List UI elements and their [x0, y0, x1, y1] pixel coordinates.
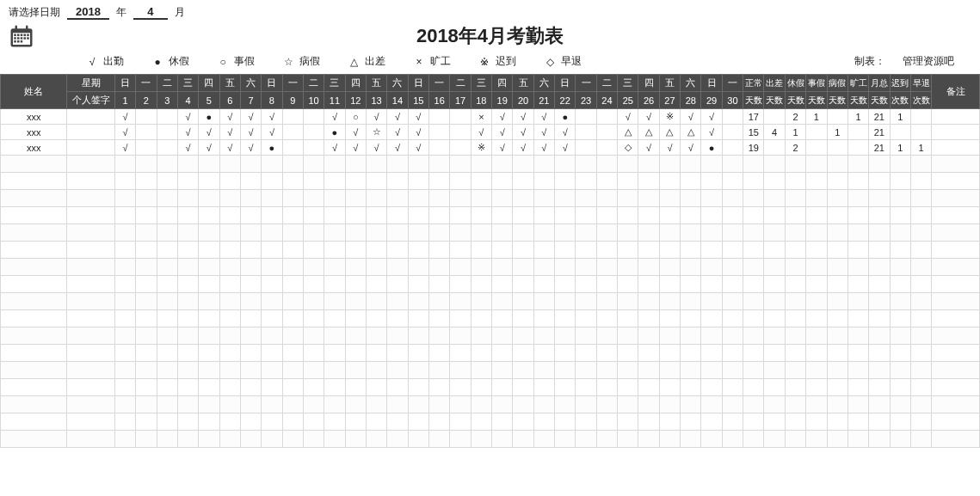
cell-empty[interactable]: [408, 173, 428, 190]
cell-empty[interactable]: [827, 190, 847, 207]
cell-empty[interactable]: [262, 310, 282, 328]
cell-empty[interactable]: [471, 173, 491, 190]
cell-empty[interactable]: [303, 431, 324, 448]
cell-empty[interactable]: [847, 293, 868, 310]
cell-empty[interactable]: [240, 224, 261, 242]
cell-empty[interactable]: [471, 431, 491, 448]
cell-empty[interactable]: [492, 431, 513, 448]
cell-empty[interactable]: [576, 413, 596, 431]
cell-empty[interactable]: [681, 379, 701, 396]
cell-empty[interactable]: [681, 259, 701, 276]
cell-empty[interactable]: [387, 224, 408, 242]
cell-empty[interactable]: [450, 224, 471, 242]
cell-empty[interactable]: [910, 242, 931, 259]
cell-empty[interactable]: [681, 293, 701, 310]
cell-empty[interactable]: [932, 431, 980, 448]
cell-empty[interactable]: [471, 156, 491, 173]
cell-empty[interactable]: [1, 224, 67, 242]
cell-empty[interactable]: [869, 413, 890, 431]
cell-empty[interactable]: [638, 156, 659, 173]
cell-empty[interactable]: [910, 224, 931, 242]
cell-empty[interactable]: [513, 379, 533, 396]
cell-empty[interactable]: [408, 431, 428, 448]
cell-empty[interactable]: [408, 413, 428, 431]
cell-empty[interactable]: [513, 242, 533, 259]
cell-empty[interactable]: [659, 259, 680, 276]
cell-empty[interactable]: [618, 379, 638, 396]
cell-empty[interactable]: [722, 328, 743, 345]
cell-empty[interactable]: [827, 276, 847, 293]
cell-empty[interactable]: [408, 224, 428, 242]
cell-empty[interactable]: [157, 190, 177, 207]
cell-empty[interactable]: [659, 413, 680, 431]
cell-empty[interactable]: [764, 173, 785, 190]
cell-empty[interactable]: [785, 310, 805, 328]
cell-empty[interactable]: [743, 310, 764, 328]
cell-empty[interactable]: [387, 396, 408, 413]
cell-empty[interactable]: [177, 173, 198, 190]
cell-mark[interactable]: √: [681, 140, 701, 156]
cell-empty[interactable]: [743, 276, 764, 293]
cell-empty[interactable]: [618, 328, 638, 345]
cell-empty[interactable]: [262, 224, 282, 242]
cell-empty[interactable]: [847, 362, 868, 379]
cell-empty[interactable]: [1, 259, 67, 276]
cell-empty[interactable]: [157, 173, 177, 190]
cell-empty[interactable]: [450, 242, 471, 259]
cell-empty[interactable]: [366, 345, 386, 362]
cell-mark[interactable]: ※: [471, 140, 491, 156]
cell-mark[interactable]: △: [659, 125, 680, 140]
cell-empty[interactable]: [596, 224, 617, 242]
cell-empty[interactable]: [847, 431, 868, 448]
cell-empty[interactable]: [199, 396, 219, 413]
cell-empty[interactable]: [1, 413, 67, 431]
cell-empty[interactable]: [890, 310, 910, 328]
cell-empty[interactable]: [408, 207, 428, 224]
cell-empty[interactable]: [303, 259, 324, 276]
cell-empty[interactable]: [701, 156, 722, 173]
cell-empty[interactable]: [659, 431, 680, 448]
cell-empty[interactable]: [743, 345, 764, 362]
cell-empty[interactable]: [450, 396, 471, 413]
cell-empty[interactable]: [219, 362, 240, 379]
cell-empty[interactable]: [471, 328, 491, 345]
cell-empty[interactable]: [638, 379, 659, 396]
cell-empty[interactable]: [513, 156, 533, 173]
cell-empty[interactable]: [177, 156, 198, 173]
cell-empty[interactable]: [1, 345, 67, 362]
cell-mark[interactable]: [722, 125, 743, 140]
cell-empty[interactable]: [618, 259, 638, 276]
cell-empty[interactable]: [827, 224, 847, 242]
cell-empty[interactable]: [555, 310, 576, 328]
cell-empty[interactable]: [67, 431, 114, 448]
cell-empty[interactable]: [932, 345, 980, 362]
cell-empty[interactable]: [177, 362, 198, 379]
cell-empty[interactable]: [533, 379, 554, 396]
cell-empty[interactable]: [471, 345, 491, 362]
cell-empty[interactable]: [240, 276, 261, 293]
cell-empty[interactable]: [743, 431, 764, 448]
cell-empty[interactable]: [136, 224, 157, 242]
cell-empty[interactable]: [67, 207, 114, 224]
cell-mark[interactable]: √: [408, 109, 428, 125]
cell-empty[interactable]: [827, 207, 847, 224]
cell-empty[interactable]: [471, 276, 491, 293]
cell-empty[interactable]: [450, 207, 471, 224]
cell-mark[interactable]: √: [345, 140, 366, 156]
cell-empty[interactable]: [303, 413, 324, 431]
cell-empty[interactable]: [157, 242, 177, 259]
cell-empty[interactable]: [910, 310, 931, 328]
cell-empty[interactable]: [681, 207, 701, 224]
cell-empty[interactable]: [471, 190, 491, 207]
cell-empty[interactable]: [513, 259, 533, 276]
cell-mark[interactable]: √: [240, 109, 261, 125]
cell-empty[interactable]: [806, 242, 827, 259]
cell-empty[interactable]: [701, 431, 722, 448]
cell-empty[interactable]: [743, 173, 764, 190]
cell-empty[interactable]: [869, 173, 890, 190]
cell-mark[interactable]: √: [387, 125, 408, 140]
cell-empty[interactable]: [387, 173, 408, 190]
cell-empty[interactable]: [932, 224, 980, 242]
cell-empty[interactable]: [303, 362, 324, 379]
cell-empty[interactable]: [932, 156, 980, 173]
